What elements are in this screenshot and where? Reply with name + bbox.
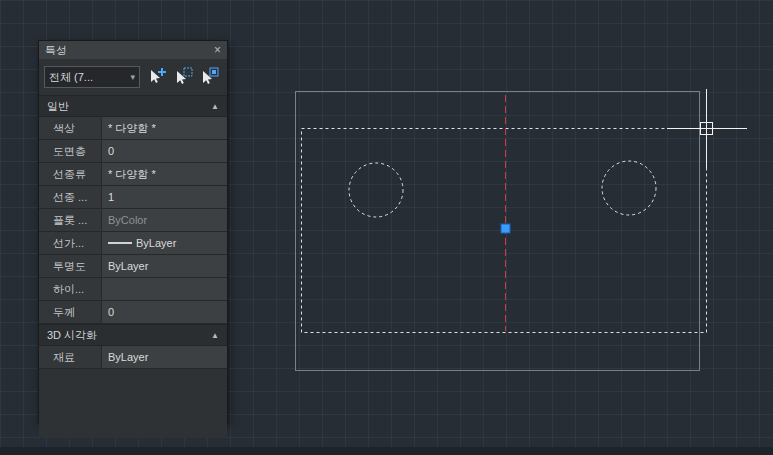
- property-label: 하이...: [39, 278, 101, 300]
- property-value[interactable]: 1: [101, 186, 227, 208]
- section-title: 3D 시각화: [47, 328, 97, 343]
- palette-empty-area: [39, 369, 227, 438]
- toggle-pickadd-icon[interactable]: [146, 65, 170, 89]
- property-value[interactable]: * 다양함 *: [101, 163, 227, 185]
- property-row-hyperlink: 하이...: [39, 278, 227, 301]
- section-header-3d[interactable]: 3D 시각화 ▲: [39, 324, 227, 346]
- property-label: 플롯 ...: [39, 209, 101, 231]
- property-row-plot-style: 플롯 ... ByColor: [39, 209, 227, 232]
- property-value: ByColor: [101, 209, 227, 231]
- property-value[interactable]: [101, 278, 227, 300]
- property-label: 두께: [39, 301, 101, 323]
- property-row-color: 색상 * 다양함 *: [39, 117, 227, 140]
- property-label: 투명도: [39, 255, 101, 277]
- general-rows: 색상 * 다양함 * 도면층 0 선종류 * 다양함 * 선종 ... 1 플롯…: [39, 117, 227, 324]
- lineweight-text: ByLayer: [136, 232, 176, 254]
- property-label: 선가...: [39, 232, 101, 254]
- property-row-material: 재료 ByLayer: [39, 346, 227, 369]
- collapse-icon[interactable]: ▲: [211, 331, 219, 340]
- crosshair-cursor: [667, 89, 747, 168]
- palette-toolbar: 전체 (7... ▾: [39, 59, 227, 95]
- property-value[interactable]: ByLayer: [101, 255, 227, 277]
- property-row-thickness: 두께 0: [39, 301, 227, 324]
- object-type-value: 전체 (7...: [49, 70, 93, 85]
- palette-titlebar[interactable]: 특성 ×: [39, 41, 227, 59]
- property-row-linetype: 선종류 * 다양함 *: [39, 163, 227, 186]
- section-header-general[interactable]: 일반 ▲: [39, 95, 227, 117]
- rectangle-geometry[interactable]: [296, 92, 700, 371]
- close-icon[interactable]: ×: [214, 44, 221, 56]
- selected-circle-right[interactable]: [602, 161, 656, 215]
- property-row-linetype-scale: 선종 ... 1: [39, 186, 227, 209]
- palette-title-text: 특성: [45, 43, 67, 58]
- property-label: 색상: [39, 117, 101, 139]
- property-label: 선종 ...: [39, 186, 101, 208]
- lineweight-sample: [108, 242, 132, 244]
- window-bottom-edge: [0, 447, 773, 455]
- property-value[interactable]: 0: [101, 301, 227, 323]
- property-row-layer: 도면층 0: [39, 140, 227, 163]
- property-row-transparency: 투명도 ByLayer: [39, 255, 227, 278]
- section-title: 일반: [47, 99, 69, 114]
- property-value[interactable]: ByLayer: [101, 346, 227, 368]
- chevron-down-icon: ▾: [130, 72, 135, 82]
- property-value[interactable]: ByLayer: [101, 232, 227, 254]
- grip-point[interactable]: [501, 224, 510, 233]
- object-type-dropdown[interactable]: 전체 (7... ▾: [44, 66, 140, 88]
- selected-circle-left[interactable]: [349, 163, 403, 217]
- property-label: 재료: [39, 346, 101, 368]
- select-objects-icon[interactable]: [172, 65, 196, 89]
- property-row-lineweight: 선가... ByLayer: [39, 232, 227, 255]
- property-label: 선종류: [39, 163, 101, 185]
- properties-palette: 특성 × 전체 (7... ▾: [38, 40, 228, 424]
- autocad-window: 특성 × 전체 (7... ▾: [0, 0, 773, 455]
- property-value[interactable]: 0: [101, 140, 227, 162]
- collapse-icon[interactable]: ▲: [211, 102, 219, 111]
- visualization-rows: 재료 ByLayer: [39, 346, 227, 369]
- property-label: 도면층: [39, 140, 101, 162]
- property-value[interactable]: * 다양함 *: [101, 117, 227, 139]
- quick-select-icon[interactable]: [198, 65, 222, 89]
